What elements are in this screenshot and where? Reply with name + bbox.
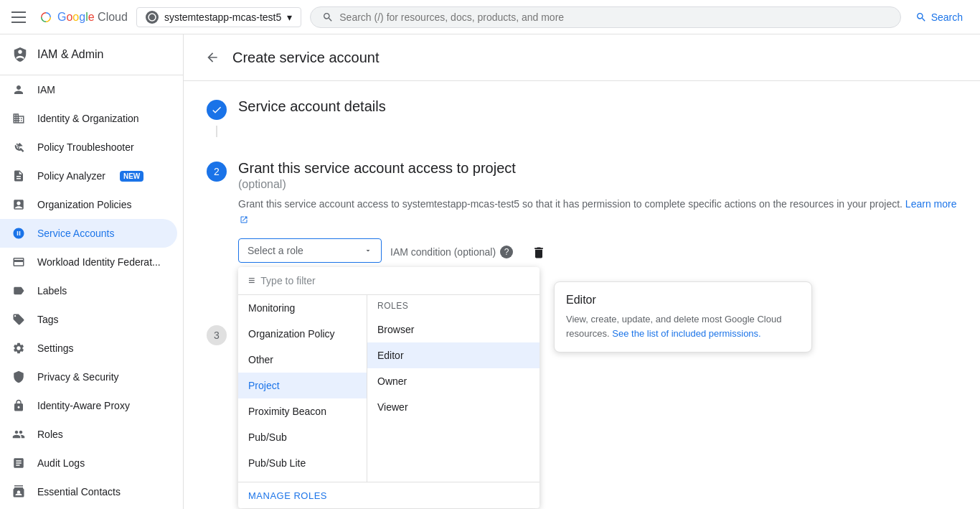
project-selector[interactable]: systemtestapp-mcas-test5 ▾ — [136, 7, 301, 27]
tooltip-title: Editor — [566, 294, 800, 307]
select-role-button[interactable]: Select a role — [238, 238, 382, 263]
select-role-label: Select a role — [248, 245, 303, 256]
step2-description: Grant this service account access to sys… — [238, 197, 957, 227]
sidebar-item-service-accounts[interactable]: Service Accounts — [0, 219, 177, 248]
search-btn-icon — [915, 11, 927, 23]
sidebar-item-essential-contacts[interactable]: Essential Contacts — [0, 477, 183, 506]
project-name: systemtestapp-mcas-test5 — [164, 11, 281, 23]
sidebar-item-privacy-security[interactable]: Privacy & Security — [0, 363, 183, 391]
category-list: Monitoring Organization Policy Other Pro… — [238, 295, 367, 482]
sidebar: IAM & Admin IAM Identity & Organization … — [0, 34, 184, 509]
search-icon — [322, 11, 334, 23]
role-owner[interactable]: Owner — [367, 368, 540, 394]
step1-indicator — [207, 100, 227, 120]
sidebar-item-policy-analyzer-label: Policy Analyzer — [37, 170, 105, 182]
menu-icon[interactable] — [11, 9, 29, 26]
project-dropdown-icon: ▾ — [287, 11, 292, 23]
step2-section: 2 Grant this service account access to p… — [207, 160, 957, 301]
sidebar-item-audit-logs[interactable]: Audit Logs — [0, 449, 183, 477]
sidebar-item-service-accounts-label: Service Accounts — [37, 228, 114, 239]
labels-icon — [11, 284, 26, 298]
step1-connector — [216, 126, 217, 137]
back-button[interactable] — [201, 46, 224, 69]
service-accounts-icon — [11, 226, 26, 241]
search-bar[interactable] — [310, 6, 900, 28]
role-dropdown-container: Select a role ≡ — [238, 238, 382, 263]
sidebar-item-org-policies[interactable]: Organization Policies — [0, 190, 183, 219]
content-body: Service account details 2 Grant this ser… — [184, 81, 980, 370]
category-pubsub-lite[interactable]: Pub/Sub Lite — [238, 450, 367, 476]
google-cloud-logo: Google Cloud — [37, 9, 128, 26]
step2-indicator: 2 — [207, 162, 227, 182]
tooltip-link[interactable]: See the list of included permissions. — [612, 328, 760, 339]
delete-role-button[interactable] — [527, 241, 550, 266]
sidebar-item-settings-label: Settings — [37, 342, 74, 354]
sidebar-item-org-policies-label: Organization Policies — [37, 199, 132, 210]
category-project[interactable]: Project — [238, 373, 367, 398]
sidebar-item-tags-label: Tags — [37, 314, 59, 325]
category-org-policy[interactable]: Organization Policy — [238, 321, 367, 347]
cloud-logo-icon — [37, 9, 55, 26]
sidebar-item-labels-label: Labels — [37, 285, 67, 296]
delete-icon — [532, 246, 546, 260]
sidebar-item-tags[interactable]: Tags — [0, 305, 183, 334]
roles-panel: Roles Browser Editor Owner Viewer — [367, 295, 540, 482]
role-dropdown-icon — [364, 246, 372, 255]
sidebar-item-workload-identity[interactable]: Workload Identity Federat... — [0, 248, 183, 276]
settings-icon — [11, 341, 26, 355]
external-link-icon — [240, 215, 248, 224]
step1-title: Service account details — [238, 98, 386, 115]
step2-title: Grant this service account access to pro… — [238, 160, 516, 177]
sidebar-item-policy-troubleshooter-label: Policy Troubleshooter — [37, 141, 134, 153]
search-button[interactable]: Search — [910, 9, 969, 26]
category-monitoring[interactable]: Monitoring — [238, 295, 367, 321]
role-viewer[interactable]: Viewer — [367, 394, 540, 420]
step2-number: 2 — [214, 166, 220, 177]
sidebar-item-policy-analyzer[interactable]: Policy Analyzer NEW — [0, 162, 183, 190]
tags-icon — [11, 312, 26, 327]
category-pubsub[interactable]: Pub/Sub — [238, 424, 367, 450]
sidebar-item-settings[interactable]: Settings — [0, 334, 183, 363]
project-icon — [146, 11, 159, 24]
dropdown-filter[interactable]: ≡ — [238, 267, 540, 295]
sidebar-item-policy-troubleshooter[interactable]: Policy Troubleshooter — [0, 133, 183, 162]
filter-icon: ≡ — [248, 274, 255, 287]
sidebar-item-roles[interactable]: Roles — [0, 420, 183, 449]
sidebar-item-audit-logs-label: Audit Logs — [37, 457, 85, 469]
manage-roles-button[interactable]: MANAGE ROLES — [248, 490, 327, 501]
content-header: Create service account — [184, 34, 980, 81]
sidebar-item-identity-org[interactable]: Identity & Organization — [0, 104, 183, 133]
iam-condition: IAM condition (optional) ? — [390, 238, 513, 258]
sidebar-item-iam-label: IAM — [37, 84, 55, 95]
step2-header: 2 Grant this service account access to p… — [207, 160, 957, 191]
topbar: Google Cloud systemtestapp-mcas-test5 ▾ … — [0, 0, 980, 34]
sidebar-item-iam[interactable]: IAM — [0, 75, 183, 104]
audit-logs-icon — [11, 456, 26, 470]
search-input[interactable] — [339, 11, 888, 23]
sidebar-header: IAM & Admin — [0, 34, 183, 75]
sidebar-title: IAM & Admin — [37, 48, 103, 61]
policy-troubleshooter-icon — [11, 140, 26, 154]
editor-tooltip: Editor View, create, update, and delete … — [554, 281, 812, 352]
step2-titles: Grant this service account access to pro… — [238, 160, 516, 191]
step1-section: Service account details — [207, 98, 957, 137]
dropdown-filter-input[interactable] — [260, 275, 529, 286]
sidebar-item-labels[interactable]: Labels — [0, 276, 183, 305]
category-proximity-beacon[interactable]: Proximity Beacon — [238, 398, 367, 424]
sidebar-item-roles-label: Roles — [37, 429, 63, 440]
privacy-security-icon — [11, 370, 26, 384]
policy-analyzer-badge: NEW — [120, 171, 143, 182]
sidebar-item-iap-label: Identity-Aware Proxy — [37, 400, 130, 411]
role-editor[interactable]: Editor — [367, 342, 540, 368]
sidebar-item-iap[interactable]: Identity-Aware Proxy — [0, 391, 183, 420]
role-browser[interactable]: Browser — [367, 317, 540, 342]
dropdown-footer: MANAGE ROLES — [238, 482, 540, 508]
role-dropdown: ≡ Monitoring Organization Policy Other P… — [238, 267, 540, 508]
identity-org-icon — [11, 111, 26, 126]
dropdown-main: Monitoring Organization Policy Other Pro… — [238, 295, 540, 482]
workload-identity-icon — [11, 255, 26, 269]
iam-condition-help[interactable]: ? — [500, 246, 513, 258]
tooltip-description: View, create, update, and delete most Go… — [566, 312, 800, 340]
main-layout: IAM & Admin IAM Identity & Organization … — [0, 34, 980, 509]
category-other[interactable]: Other — [238, 347, 367, 373]
